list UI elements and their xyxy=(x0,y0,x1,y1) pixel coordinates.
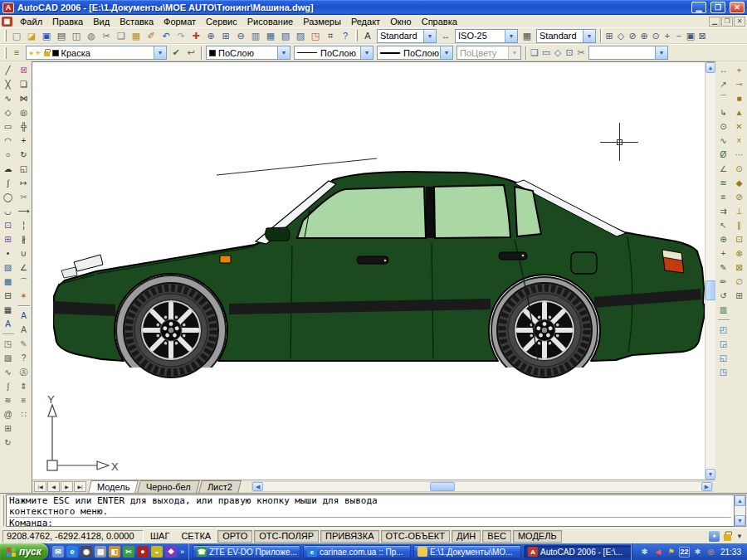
ordinate-dimension-button[interactable]: ↳ xyxy=(716,105,731,119)
restore-button[interactable]: ❐ xyxy=(710,2,725,13)
table-button[interactable]: ▦ xyxy=(1,303,16,317)
diameter-dimension-button[interactable]: Ø xyxy=(716,148,731,162)
osnap-settings-button[interactable]: ⊞ xyxy=(732,289,747,303)
status-menu-arrow-icon[interactable]: ▼ xyxy=(736,533,743,540)
toolbar-grip[interactable] xyxy=(355,30,358,41)
scroll-down-icon[interactable]: ▼ xyxy=(706,469,715,480)
layout-tab[interactable]: Модель xyxy=(88,480,139,493)
menu-Формат[interactable]: Формат xyxy=(159,15,201,27)
ellipse-button[interactable]: ◯ xyxy=(1,190,16,204)
redo-button[interactable]: ↷ xyxy=(173,28,188,43)
prev-tab-button[interactable]: ◀ xyxy=(47,481,60,492)
edit-multiline-button[interactable]: ≋ xyxy=(1,393,16,407)
sheet-set-manager-button[interactable]: ▨ xyxy=(293,28,308,43)
layer-properties-manager-button[interactable]: ≡ xyxy=(9,46,24,61)
drawing-canvas[interactable]: Y X ▲ ▼ xyxy=(32,62,715,480)
menu-Окно[interactable]: Окно xyxy=(385,15,417,27)
quickcalc-button[interactable]: ⌗ xyxy=(323,28,338,43)
circle-button[interactable]: ○ xyxy=(1,148,16,162)
command-text-area[interactable]: Нажмите ESC или ENTER для выхода, или пр… xyxy=(6,494,735,527)
move-button[interactable]: + xyxy=(17,134,32,148)
menu-Справка[interactable]: Справка xyxy=(417,15,462,27)
mirror-button[interactable]: ⋈ xyxy=(17,91,32,105)
quick-leader-button[interactable]: ↖ xyxy=(716,218,731,232)
snap-none-button[interactable]: ∅ xyxy=(732,275,747,289)
menu-Размеры[interactable]: Размеры xyxy=(298,15,346,27)
status-polar-toggle[interactable]: ОТС-ПОЛЯР xyxy=(254,530,319,543)
first-tab-button[interactable]: |◀ xyxy=(34,481,46,492)
scroll-up-icon[interactable]: ▲ xyxy=(735,495,745,506)
tray-icon-5[interactable]: ✱ xyxy=(692,547,703,558)
edit-spline-button[interactable]: ∫ xyxy=(1,379,16,393)
polyline-button[interactable]: ∿ xyxy=(1,91,16,105)
zoom-out-button[interactable]: − xyxy=(673,28,685,43)
offset-button[interactable]: ◎ xyxy=(17,105,32,119)
toolbar-grip[interactable] xyxy=(4,30,7,41)
find-replace-button[interactable]: ? xyxy=(17,351,32,365)
status-otrack-toggle[interactable]: ОТС-ОБЪЕКТ xyxy=(381,530,450,543)
fillet-button[interactable]: ⌒ xyxy=(17,275,32,289)
clip-existing-viewport-button[interactable]: ✂ xyxy=(575,46,587,61)
close-button[interactable]: ✕ xyxy=(730,2,745,13)
multiline-text-button[interactable]: A xyxy=(1,317,16,331)
menu-Редакт[interactable]: Редакт xyxy=(346,15,385,27)
zoom-in-button[interactable]: + xyxy=(662,28,673,43)
mdi-minimize-button[interactable]: ▁ xyxy=(709,17,720,27)
gradient-button[interactable]: ▩ xyxy=(1,275,16,289)
quick-launch-2-icon[interactable]: e xyxy=(66,546,78,558)
taskbar-task-folder[interactable]: E:\1.Документы\МО... xyxy=(413,545,521,558)
scale-text-button[interactable]: ⇕ xyxy=(17,379,32,393)
markup-set-manager-button[interactable]: ◳ xyxy=(308,28,323,43)
status-osnap-toggle[interactable]: ПРИВЯЗКА xyxy=(320,530,378,543)
make-objects-layer-current-button[interactable]: ✔ xyxy=(168,46,183,61)
copy-button[interactable]: ❏ xyxy=(114,28,129,43)
mdi-restore-button[interactable]: ❐ xyxy=(721,17,733,27)
taskbar-task-browser[interactable]: ecarinae.com.ua :: Пр... xyxy=(303,545,411,558)
quick-launch-7-icon[interactable]: ● xyxy=(137,546,149,558)
status-grid-toggle[interactable]: СЕТКА xyxy=(176,530,216,543)
zoom-dynamic-button[interactable]: ◇ xyxy=(615,28,627,43)
send-to-back-button[interactable]: ◲ xyxy=(716,337,731,351)
dimension-update-button[interactable]: ↺ xyxy=(716,289,731,303)
lineweight-combo[interactable]: ПоСлою ▼ xyxy=(377,46,453,60)
hatch-button[interactable]: ▨ xyxy=(1,261,16,275)
toolbar-lock-icon[interactable] xyxy=(724,534,731,541)
polygon-button[interactable]: ◇ xyxy=(1,105,16,119)
status-ortho-toggle[interactable]: ОРТО xyxy=(217,530,252,543)
edit-text-button[interactable]: ✎ xyxy=(17,337,32,351)
snap-center-button[interactable]: ⊙ xyxy=(732,162,747,176)
convert-object-to-viewport-button[interactable]: ⊡ xyxy=(564,46,575,61)
color-combo[interactable]: ПоСлою ▼ xyxy=(206,46,290,60)
plot-button[interactable]: ▤ xyxy=(54,28,69,43)
array-button[interactable]: ╬ xyxy=(17,119,32,134)
viewport-scale-combo[interactable]: ▼ xyxy=(588,46,668,60)
tray-icon-2[interactable]: ◀ xyxy=(652,547,663,558)
command-scrollbar[interactable]: ▲ ▼ xyxy=(735,494,746,527)
mtext-button[interactable]: A xyxy=(17,309,32,323)
revision-cloud-button[interactable]: ☁ xyxy=(1,162,16,176)
scroll-right-icon[interactable]: ▶ xyxy=(701,482,712,491)
properties-palette-button[interactable]: ▥ xyxy=(248,28,263,43)
dimension-text-edit-button[interactable]: ✏ xyxy=(716,275,731,289)
taskbar-task-autocad[interactable]: AAutoCAD 2006 - [E:\... xyxy=(524,545,631,558)
quick-launch-9-icon[interactable]: ❖ xyxy=(165,546,177,558)
command-prompt[interactable]: Команда: xyxy=(9,518,731,527)
paste-button[interactable]: ▦ xyxy=(129,28,144,43)
break-at-point-button[interactable]: ¦ xyxy=(17,218,32,232)
quick-launch-4-icon[interactable]: ▤ xyxy=(95,546,106,558)
angular-dimension-button[interactable]: ∠ xyxy=(716,162,731,176)
jogged-dimension-button[interactable]: ∿ xyxy=(716,134,731,148)
baseline-dimension-button[interactable]: ≡ xyxy=(716,190,731,204)
dim-style-combo[interactable]: ISO-25 ▼ xyxy=(455,29,518,43)
quick-launch-6-icon[interactable]: ✂ xyxy=(123,546,134,558)
text-style-button[interactable]: A xyxy=(360,28,375,43)
center-mark-button[interactable]: + xyxy=(716,246,731,261)
taskbar-task-phone[interactable]: ☎ZTE EV-DO Приложе... xyxy=(193,545,300,558)
snap-midpoint-button[interactable]: ▲ xyxy=(732,105,747,119)
snap-parallel-button[interactable]: ∥ xyxy=(732,218,747,232)
mdi-close-button[interactable]: ✕ xyxy=(734,17,745,27)
trim-button[interactable]: ✂ xyxy=(17,190,32,204)
spline-button[interactable]: ∫ xyxy=(1,176,16,190)
toolbar-grip[interactable] xyxy=(4,47,7,59)
tray-icon-6[interactable]: ◎ xyxy=(706,547,716,558)
